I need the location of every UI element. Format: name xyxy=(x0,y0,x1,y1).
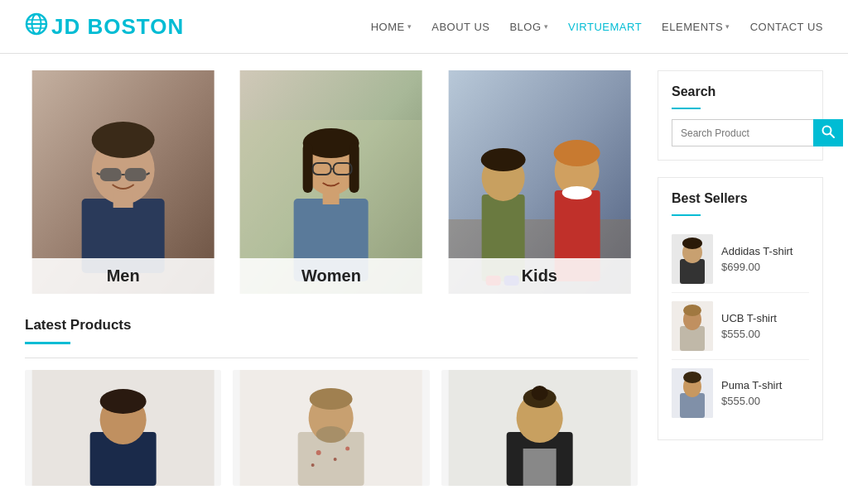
search-row xyxy=(672,119,809,146)
product-card-3[interactable] xyxy=(441,370,638,486)
nav-virtuemart[interactable]: VIRTUEMART xyxy=(568,21,642,33)
logo[interactable]: JD BOSTON xyxy=(25,12,184,41)
nav-about-label: ABOUT US xyxy=(431,21,489,33)
bestseller-info-2: UCB T-shirt $555.00 xyxy=(721,312,777,340)
svg-point-69 xyxy=(683,372,701,383)
svg-rect-10 xyxy=(125,168,147,181)
nav-contact[interactable]: CONTACT US xyxy=(750,21,823,33)
nav-about[interactable]: ABOUT US xyxy=(431,21,489,33)
latest-products-divider xyxy=(25,342,70,344)
header: JD BOSTON HOME ▾ ABOUT US BLOG ▾ VIRTUEM… xyxy=(0,0,848,54)
nav-blog-label: BLOG xyxy=(509,21,541,33)
bestseller-price-2: $555.00 xyxy=(721,328,777,340)
banner-women[interactable]: Women xyxy=(233,70,429,294)
search-input[interactable] xyxy=(672,119,813,146)
banner-men[interactable]: Men xyxy=(25,70,221,294)
svg-rect-52 xyxy=(523,449,556,486)
sidebar: Search Best Sellers xyxy=(658,70,823,486)
svg-rect-20 xyxy=(303,143,313,193)
globe-icon xyxy=(25,12,48,41)
svg-rect-8 xyxy=(113,193,133,208)
bestsellers-title: Best Sellers xyxy=(672,191,809,206)
bestsellers-underline xyxy=(672,214,701,216)
nav-home[interactable]: HOME ▾ xyxy=(371,21,412,33)
women-label: Women xyxy=(233,258,429,294)
search-title: Search xyxy=(672,84,809,99)
svg-line-57 xyxy=(831,134,835,138)
bestseller-price-3: $555.00 xyxy=(721,395,782,407)
svg-point-46 xyxy=(311,463,315,467)
blog-caret: ▾ xyxy=(544,22,549,31)
svg-rect-9 xyxy=(100,168,122,181)
svg-point-44 xyxy=(334,458,337,461)
bestseller-item-1[interactable]: Addidas T-shirt $699.00 xyxy=(672,226,809,293)
svg-point-34 xyxy=(561,186,591,199)
category-banners: Men xyxy=(25,70,638,294)
main-nav: HOME ▾ ABOUT US BLOG ▾ VIRTUEMART ELEMEN… xyxy=(371,21,823,33)
bestseller-img-3 xyxy=(672,368,713,418)
bestseller-info-3: Puma T-shirt $555.00 xyxy=(721,379,782,407)
svg-point-30 xyxy=(480,148,525,171)
nav-blog[interactable]: BLOG ▾ xyxy=(509,21,548,33)
men-label: Men xyxy=(25,258,221,294)
bestseller-img-2 xyxy=(672,301,713,351)
product-card-2[interactable] xyxy=(233,370,429,486)
bestseller-info-1: Addidas T-shirt $699.00 xyxy=(721,245,793,273)
bestseller-name-2: UCB T-shirt xyxy=(721,312,777,324)
bestseller-name-3: Puma T-shirt xyxy=(721,379,782,391)
bestseller-img-1 xyxy=(672,234,713,284)
search-icon xyxy=(822,127,835,141)
latest-products-section: Latest Products xyxy=(25,317,638,486)
svg-rect-21 xyxy=(349,143,359,193)
search-section: Search xyxy=(658,70,823,161)
svg-point-61 xyxy=(682,238,702,249)
svg-point-40 xyxy=(100,389,147,414)
svg-point-65 xyxy=(683,305,701,316)
products-row xyxy=(25,358,638,486)
nav-elements-label: ELEMENTS xyxy=(662,21,723,33)
search-button[interactable] xyxy=(813,119,843,146)
bestsellers-section: Best Sellers Addidas T-shirt $699.00 xyxy=(658,177,823,440)
nav-virtuemart-label: VIRTUEMART xyxy=(568,21,642,33)
svg-point-55 xyxy=(531,386,547,401)
bestseller-price-1: $699.00 xyxy=(721,261,793,273)
main-wrapper: Men xyxy=(0,54,848,502)
svg-rect-25 xyxy=(323,190,340,204)
bestseller-name-1: Addidas T-shirt xyxy=(721,245,793,257)
nav-contact-label: CONTACT US xyxy=(750,21,823,33)
home-caret: ▾ xyxy=(407,22,412,31)
nav-elements[interactable]: ELEMENTS ▾ xyxy=(662,21,730,33)
svg-point-49 xyxy=(316,426,346,443)
search-underline xyxy=(672,108,701,109)
banner-kids[interactable]: Kids xyxy=(441,70,638,294)
svg-point-43 xyxy=(316,450,321,455)
svg-point-48 xyxy=(310,388,353,410)
logo-text: JD BOSTON xyxy=(51,14,184,40)
kids-label: Kids xyxy=(441,258,638,294)
nav-home-label: HOME xyxy=(371,21,405,33)
product-card-1[interactable] xyxy=(25,370,221,486)
svg-point-33 xyxy=(553,140,600,166)
elements-caret: ▾ xyxy=(725,22,730,31)
bestseller-item-2[interactable]: UCB T-shirt $555.00 xyxy=(672,293,809,360)
svg-point-14 xyxy=(92,122,155,158)
latest-products-title: Latest Products xyxy=(25,317,638,334)
bestseller-item-3[interactable]: Puma T-shirt $555.00 xyxy=(672,360,809,426)
svg-point-45 xyxy=(345,447,349,451)
content-area: Men xyxy=(25,70,638,486)
